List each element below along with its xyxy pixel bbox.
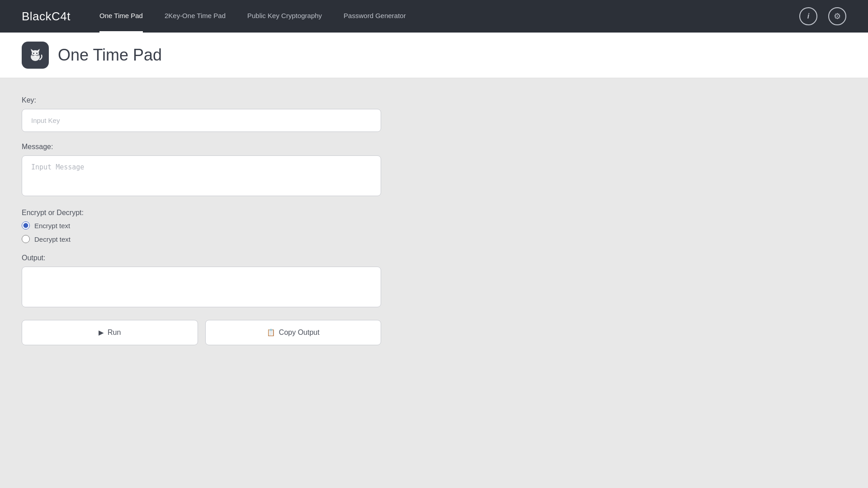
output-textarea[interactable] bbox=[22, 267, 381, 307]
run-icon: ▶ bbox=[99, 328, 104, 337]
tab-password-generator[interactable]: Password Generator bbox=[344, 0, 406, 33]
decrypt-option-label[interactable]: Decrypt text bbox=[22, 235, 521, 243]
output-group: Output: bbox=[22, 254, 521, 309]
message-label: Message: bbox=[22, 143, 521, 151]
encrypt-option-text: Encrypt text bbox=[34, 222, 70, 230]
navbar-right: i ⚙ bbox=[799, 7, 846, 25]
navbar-left: BlackC4t One Time Pad 2Key-One Time Pad … bbox=[22, 0, 406, 33]
copy-label: Copy Output bbox=[279, 328, 320, 337]
page-title: One Time Pad bbox=[58, 46, 162, 65]
decrypt-radio[interactable] bbox=[22, 235, 30, 243]
navbar: BlackC4t One Time Pad 2Key-One Time Pad … bbox=[0, 0, 868, 33]
encrypt-radio[interactable] bbox=[22, 221, 30, 230]
output-label: Output: bbox=[22, 254, 521, 262]
key-input[interactable] bbox=[22, 109, 381, 132]
info-icon: i bbox=[807, 12, 809, 20]
svg-point-5 bbox=[36, 53, 38, 54]
page-icon bbox=[22, 42, 49, 69]
run-label: Run bbox=[108, 328, 121, 337]
key-group: Key: bbox=[22, 96, 521, 132]
page-header: One Time Pad bbox=[0, 33, 868, 78]
tab-2key-one-time-pad[interactable]: 2Key-One Time Pad bbox=[165, 0, 226, 33]
encrypt-decrypt-group: Encrypt or Decrypt: Encrypt text Decrypt… bbox=[22, 209, 521, 243]
button-row: ▶ Run 📋 Copy Output bbox=[22, 320, 381, 345]
settings-button[interactable]: ⚙ bbox=[828, 7, 846, 25]
run-button[interactable]: ▶ Run bbox=[22, 320, 198, 345]
copy-output-button[interactable]: 📋 Copy Output bbox=[205, 320, 382, 345]
info-button[interactable]: i bbox=[799, 7, 817, 25]
radio-group: Encrypt text Decrypt text bbox=[22, 221, 521, 243]
page-icon-svg bbox=[27, 47, 43, 63]
encrypt-decrypt-label: Encrypt or Decrypt: bbox=[22, 209, 521, 217]
message-group: Message: bbox=[22, 143, 521, 198]
copy-icon: 📋 bbox=[267, 328, 275, 337]
key-label: Key: bbox=[22, 96, 521, 104]
encrypt-option-label[interactable]: Encrypt text bbox=[22, 221, 521, 230]
settings-icon: ⚙ bbox=[834, 11, 841, 21]
svg-point-6 bbox=[35, 55, 36, 55]
nav-tabs: One Time Pad 2Key-One Time Pad Public Ke… bbox=[99, 0, 406, 33]
brand-logo: BlackC4t bbox=[22, 9, 71, 23]
tab-one-time-pad[interactable]: One Time Pad bbox=[99, 0, 143, 33]
tab-public-key-cryptography[interactable]: Public Key Cryptography bbox=[247, 0, 322, 33]
message-input[interactable] bbox=[22, 155, 381, 196]
svg-point-4 bbox=[33, 53, 34, 54]
decrypt-option-text: Decrypt text bbox=[34, 235, 71, 243]
main-content: Key: Message: Encrypt or Decrypt: Encryp… bbox=[0, 78, 542, 363]
